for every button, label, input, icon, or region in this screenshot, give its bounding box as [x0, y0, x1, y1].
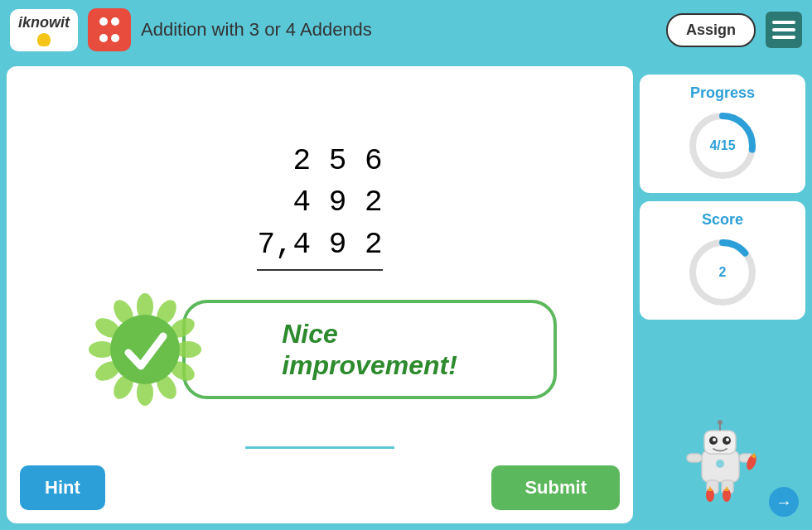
svg-point-24	[726, 438, 729, 441]
header: iknowit Addition with 3 or 4 Addends Ass…	[0, 0, 812, 60]
dice-dot	[111, 17, 119, 26]
menu-icon	[772, 21, 795, 24]
feedback-area: Nice improvement!	[83, 287, 558, 412]
feedback-message-box: Nice improvement!	[182, 300, 558, 400]
menu-button[interactable]	[766, 12, 802, 48]
dice-icon	[88, 8, 131, 51]
feedback-line2: improvement!	[282, 350, 457, 380]
svg-point-23	[713, 438, 716, 441]
logo-bulb-icon	[37, 33, 51, 46]
robot-mascot-area	[677, 328, 768, 515]
next-arrow-button[interactable]: →	[769, 487, 799, 517]
sidebar: Progress 4/15 Score 2	[640, 66, 805, 523]
progress-value: 4/15	[709, 138, 735, 153]
feedback-text: Nice improvement!	[282, 318, 457, 382]
score-value: 2	[719, 265, 727, 280]
score-label: Score	[702, 211, 743, 229]
arrow-right-icon: →	[776, 493, 792, 512]
hint-button[interactable]: Hint	[20, 465, 105, 510]
score-circle: 2	[685, 235, 760, 310]
robot-mascot	[677, 416, 768, 507]
svg-rect-25	[687, 454, 702, 462]
dice-dot	[99, 17, 108, 26]
page-title: Addition with 3 or 4 Addends	[141, 19, 656, 41]
answer-input-row	[245, 420, 394, 449]
dice-dot	[111, 34, 119, 42]
math-problem: 2 5 6 4 9 2 7,4 9 2	[257, 141, 382, 271]
math-row-2: 4 9 2	[257, 182, 382, 224]
svg-point-20	[718, 420, 723, 425]
progress-circle: 4/15	[685, 108, 760, 183]
dice-dot	[99, 34, 108, 42]
main-content: 2 5 6 4 9 2 7,4 9 2	[0, 60, 812, 530]
checkmark-badge	[83, 287, 207, 412]
math-row-1: 2 5 6	[257, 141, 382, 182]
menu-icon	[772, 36, 795, 39]
logo: iknowit	[10, 9, 78, 51]
answer-input[interactable]	[245, 420, 394, 449]
math-row-3: 7,4 9 2	[257, 224, 382, 271]
logo-text: iknowit	[18, 14, 70, 31]
badge-svg	[83, 287, 207, 412]
progress-section: Progress 4/15	[640, 75, 805, 193]
svg-point-29	[716, 460, 724, 468]
feedback-line1: Nice	[282, 319, 338, 349]
assign-button[interactable]: Assign	[666, 13, 756, 47]
progress-label: Progress	[690, 84, 755, 102]
submit-button[interactable]: Submit	[491, 465, 620, 510]
menu-icon	[772, 28, 795, 31]
content-area: 2 5 6 4 9 2 7,4 9 2	[7, 66, 633, 523]
bottom-buttons: Hint Submit	[20, 465, 620, 510]
svg-point-12	[110, 315, 180, 384]
score-section: Score 2	[640, 201, 805, 320]
